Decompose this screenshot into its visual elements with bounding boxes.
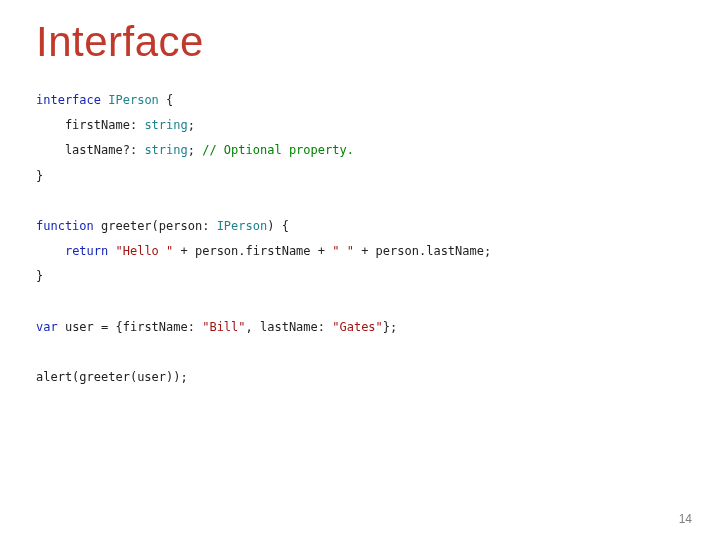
type-string: string	[144, 143, 187, 157]
string-space: " "	[332, 244, 354, 258]
keyword-var: var	[36, 320, 58, 334]
type-iperson: IPerson	[108, 93, 159, 107]
string-gates: "Gates"	[332, 320, 383, 334]
type-string: string	[144, 118, 187, 132]
slide: Interface interface IPerson { firstName:…	[0, 0, 720, 540]
page-number: 14	[679, 512, 692, 526]
comment-optional: // Optional property.	[195, 143, 354, 157]
slide-title: Interface	[36, 18, 684, 66]
keyword-function: function	[36, 219, 94, 233]
string-bill: "Bill"	[202, 320, 245, 334]
string-hello: "Hello "	[116, 244, 174, 258]
code-block: interface IPerson { firstName: string; l…	[36, 88, 684, 390]
type-iperson: IPerson	[217, 219, 268, 233]
alert-call: alert(greeter(user));	[36, 370, 188, 384]
keyword-return: return	[65, 244, 108, 258]
keyword-interface: interface	[36, 93, 101, 107]
